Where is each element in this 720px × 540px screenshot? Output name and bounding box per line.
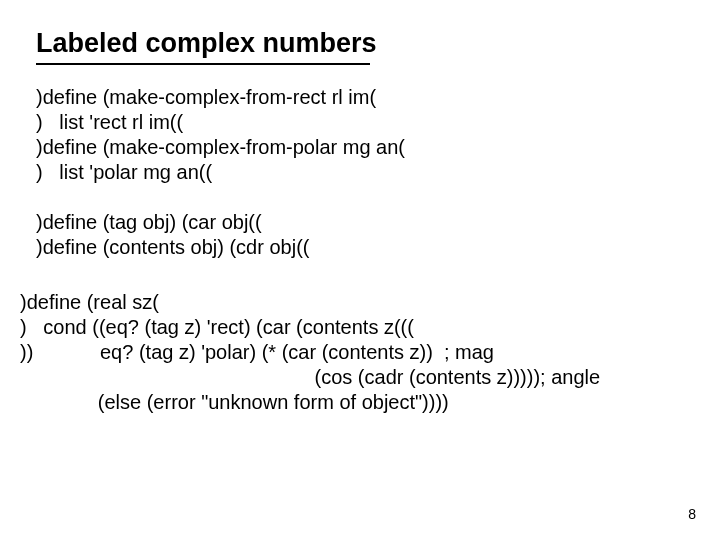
- title-underline: [36, 63, 370, 65]
- code-block-real: )define (real sz() cond ((eq? (tag z) 'r…: [20, 290, 600, 415]
- slide-title: Labeled complex numbers: [36, 28, 377, 59]
- code-block-constructors: )define (make-complex-from-rect rl im( )…: [36, 85, 405, 185]
- page-number: 8: [688, 506, 696, 522]
- slide: Labeled complex numbers )define (make-co…: [0, 0, 720, 540]
- code-block-accessors: )define (tag obj) (car obj(( )define (co…: [36, 210, 309, 260]
- code-line: )define (real sz(: [20, 290, 600, 315]
- code-line: (cos (cadr (contents z))))); angle: [20, 365, 600, 390]
- code-line: ) list 'rect rl im((: [36, 111, 183, 133]
- code-line: )define (make-complex-from-rect rl im(: [36, 86, 376, 108]
- code-line: ) list 'polar mg an((: [36, 161, 212, 183]
- code-line: )define (contents obj) (cdr obj((: [36, 236, 309, 258]
- code-line: )) eq? (tag z) 'polar) (* (car (contents…: [20, 340, 600, 365]
- code-line: (else (error "unknown form of object")))…: [20, 390, 600, 415]
- code-line: )define (make-complex-from-polar mg an(: [36, 136, 405, 158]
- code-line: )define (tag obj) (car obj((: [36, 211, 262, 233]
- code-line: ) cond ((eq? (tag z) 'rect) (car (conten…: [20, 315, 600, 340]
